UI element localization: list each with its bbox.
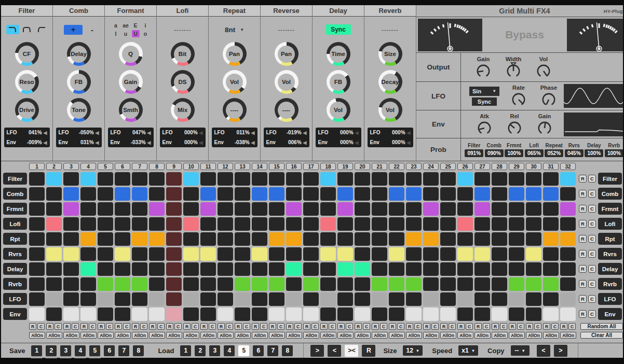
- mod-drag-icon[interactable]: ◀: [147, 140, 151, 145]
- mod-amount-value[interactable]: 000%: [177, 130, 198, 135]
- grid-cell-filter-2[interactable]: [46, 172, 62, 186]
- grid-cell-frmnt-7[interactable]: [132, 202, 147, 216]
- mod-amount-value[interactable]: 000%: [384, 130, 405, 135]
- step-number-17[interactable]: 17: [303, 163, 319, 170]
- copy-dropdown[interactable]: -- ▼: [511, 345, 530, 356]
- column-allon-button-4[interactable]: AllOn: [80, 332, 97, 339]
- row-random-button-rpt[interactable]: R: [579, 235, 587, 243]
- grid-cell-lofi-12[interactable]: [218, 217, 233, 231]
- mod-amount-value[interactable]: -019%: [280, 130, 302, 135]
- grid-cell-filter-17[interactable]: [303, 172, 319, 186]
- grid-cell-rvrb-29[interactable]: [509, 277, 524, 291]
- grid-cell-env-12[interactable]: [218, 307, 233, 321]
- step-number-25[interactable]: 25: [440, 163, 456, 170]
- column-random-button-21[interactable]: R: [372, 323, 379, 330]
- grid-cell-lofi-15[interactable]: [269, 217, 284, 231]
- grid-cell-comb-19[interactable]: [337, 187, 353, 201]
- grid-cell-rpt-32[interactable]: [560, 232, 576, 246]
- grid-cell-lfo-17[interactable]: [303, 292, 319, 306]
- grid-cell-env-32[interactable]: [560, 307, 576, 321]
- row-random-button-lofi[interactable]: R: [579, 220, 587, 228]
- grid-cell-rpt-16[interactable]: [286, 232, 302, 246]
- grid-cell-delay-29[interactable]: [509, 262, 524, 276]
- knob-pan[interactable]: Pan: [223, 42, 247, 66]
- column-allon-button-14[interactable]: AllOn: [252, 332, 268, 339]
- column-allon-button-23[interactable]: AllOn: [406, 332, 422, 339]
- output-knob-width[interactable]: Width: [498, 56, 528, 79]
- grid-cell-comb-25[interactable]: [440, 187, 456, 201]
- grid-cell-lfo-4[interactable]: [80, 292, 96, 306]
- grid-cell-filter-18[interactable]: [320, 172, 336, 186]
- grid-cell-delay-3[interactable]: [63, 262, 79, 276]
- column-random-button-29[interactable]: R: [509, 323, 516, 330]
- grid-cell-rvrs-4[interactable]: [80, 247, 96, 261]
- column-random-button-23[interactable]: R: [406, 323, 413, 330]
- column-random-button-31[interactable]: R: [543, 323, 550, 330]
- grid-cell-delay-23[interactable]: [406, 262, 422, 276]
- grid-cell-frmnt-18[interactable]: [320, 202, 336, 216]
- row-label-right-rvrs[interactable]: Rvrs: [598, 248, 622, 260]
- column-random-button-28[interactable]: R: [492, 323, 499, 330]
- prob-value[interactable]: 052%: [545, 149, 563, 157]
- grid-cell-lfo-2[interactable]: [46, 292, 62, 306]
- grid-cell-filter-20[interactable]: [355, 172, 370, 186]
- mod-drag-icon[interactable]: ◀: [251, 130, 255, 135]
- grid-cell-rpt-22[interactable]: [389, 232, 404, 246]
- grid-cell-delay-1[interactable]: [29, 262, 45, 276]
- grid-cell-lofi-30[interactable]: [526, 217, 541, 231]
- grid-cell-delay-12[interactable]: [218, 262, 233, 276]
- column-clear-button-18[interactable]: C: [329, 323, 336, 330]
- grid-cell-comb-27[interactable]: [474, 187, 490, 201]
- column-allon-button-3[interactable]: AllOn: [63, 332, 79, 339]
- grid-cell-rvrs-32[interactable]: [560, 247, 576, 261]
- grid-cell-comb-2[interactable]: [46, 187, 62, 201]
- grid-cell-delay-5[interactable]: [98, 262, 113, 276]
- grid-cell-lfo-7[interactable]: [132, 292, 147, 306]
- step-number-8[interactable]: 8: [149, 163, 165, 170]
- grid-cell-rpt-19[interactable]: [337, 232, 353, 246]
- step-number-18[interactable]: 18: [320, 163, 336, 170]
- grid-cell-rvrs-25[interactable]: [440, 247, 456, 261]
- grid-cell-lofi-2[interactable]: [46, 217, 62, 231]
- step-number-11[interactable]: 11: [200, 163, 216, 170]
- grid-cell-env-15[interactable]: [269, 307, 284, 321]
- row-clear-button-filter[interactable]: C: [588, 175, 596, 183]
- mod-amount-value[interactable]: -050%: [73, 130, 94, 135]
- reset-button[interactable]: R: [362, 345, 375, 357]
- column-clear-button-14[interactable]: C: [260, 323, 267, 330]
- filter-shape-bandpass-icon[interactable]: [20, 25, 33, 34]
- grid-cell-frmnt-28[interactable]: [492, 202, 507, 216]
- grid-cell-lfo-21[interactable]: [372, 292, 387, 306]
- grid-cell-comb-30[interactable]: [526, 187, 541, 201]
- grid-cell-lofi-1[interactable]: [29, 217, 45, 231]
- grid-cell-comb-20[interactable]: [355, 187, 370, 201]
- grid-cell-frmnt-8[interactable]: [149, 202, 165, 216]
- grid-cell-rvrs-1[interactable]: [29, 247, 45, 261]
- column-clear-button-16[interactable]: C: [294, 323, 302, 330]
- column-clear-button-12[interactable]: C: [226, 323, 233, 330]
- grid-cell-rvrb-21[interactable]: [372, 277, 387, 291]
- column-random-button-8[interactable]: R: [149, 323, 156, 330]
- grid-cell-delay-26[interactable]: [457, 262, 473, 276]
- column-random-button-12[interactable]: R: [218, 323, 225, 330]
- save-slot-4[interactable]: 4: [75, 345, 86, 356]
- knob-vol[interactable]: Vol: [378, 98, 402, 122]
- grid-cell-frmnt-6[interactable]: [115, 202, 130, 216]
- column-allon-button-16[interactable]: AllOn: [286, 332, 302, 339]
- mod-drag-icon[interactable]: ◀: [199, 130, 203, 135]
- column-clear-button-17[interactable]: C: [311, 323, 319, 330]
- column-random-button-9[interactable]: R: [166, 323, 173, 330]
- mod-amount-value[interactable]: 006%: [280, 139, 302, 145]
- grid-cell-lfo-10[interactable]: [183, 292, 199, 306]
- grid-cell-lfo-27[interactable]: [474, 292, 490, 306]
- grid-cell-frmnt-23[interactable]: [406, 202, 422, 216]
- grid-cell-lfo-9[interactable]: [166, 292, 182, 306]
- grid-cell-rvrs-13[interactable]: [235, 247, 250, 261]
- column-random-button-14[interactable]: R: [252, 323, 259, 330]
- step-number-32[interactable]: 32: [560, 163, 576, 170]
- mod-amount-value[interactable]: 011%: [228, 130, 250, 135]
- grid-cell-env-14[interactable]: [252, 307, 267, 321]
- grid-cell-env-28[interactable]: [492, 307, 507, 321]
- step-number-3[interactable]: 3: [63, 163, 79, 170]
- grid-cell-comb-5[interactable]: [98, 187, 113, 201]
